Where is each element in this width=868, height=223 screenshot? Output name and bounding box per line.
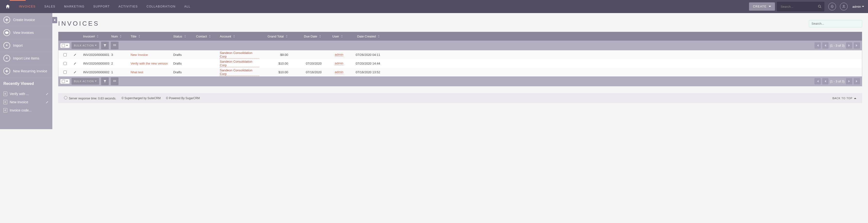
cell-account-link[interactable]: Sandeon Consolidation Corp — [220, 51, 259, 59]
col-header[interactable]: Contact — [194, 35, 218, 38]
select-all[interactable] — [60, 79, 69, 84]
columns-icon — [113, 44, 116, 47]
pencil-icon[interactable] — [73, 62, 77, 65]
page-next[interactable] — [846, 42, 852, 49]
cell-user-link[interactable]: admin — [335, 53, 343, 57]
cell-date: 07/26/2020 04:11 — [345, 53, 382, 57]
col-header[interactable]: Date Created — [345, 35, 382, 38]
svg-rect-12 — [114, 45, 115, 46]
nav-item-sales[interactable]: SALES — [40, 0, 60, 13]
cell-user-link[interactable]: admin — [335, 62, 343, 65]
cell-account-link[interactable]: Sandeon Consolidation Corp — [220, 69, 259, 76]
page-first[interactable] — [814, 42, 821, 49]
col-header[interactable]: Account — [218, 35, 261, 38]
document-icon: E — [3, 92, 7, 96]
back-to-top[interactable]: BACK TO TOP — [832, 97, 856, 100]
row-checkbox[interactable] — [63, 71, 67, 74]
svg-rect-14 — [114, 80, 114, 80]
cell-status: Drafts — [171, 62, 194, 65]
pencil-icon[interactable] — [73, 53, 77, 57]
recent-item[interactable]: EInvoice code... — [0, 106, 52, 114]
cell-title-link[interactable]: Verify with the new version — [131, 62, 168, 65]
cell-date: 07/16/2020 13:52 — [345, 70, 382, 74]
page-prev[interactable] — [822, 78, 829, 84]
pencil-icon[interactable] — [73, 70, 77, 74]
bulk-action-button[interactable]: BULK ACTION — [71, 42, 99, 49]
sidebar-new-recurring-invoice[interactable]: New Recurring Invoice — [0, 65, 52, 78]
sidebar-import-line-items[interactable]: Import Line Items — [0, 52, 52, 65]
download-icon — [3, 55, 10, 62]
nav-item-collaboration[interactable]: COLLABORATION — [142, 0, 180, 13]
filter-button[interactable] — [101, 42, 109, 49]
cell-date: 07/20/2020 14:44 — [345, 62, 382, 65]
sidebar: Create InvoiceView InvoicesImportImport … — [0, 13, 52, 129]
nav-item-marketing[interactable]: MARKETING — [60, 0, 89, 13]
bulk-action-button[interactable]: BULK ACTION — [71, 78, 99, 85]
home-icon — [5, 4, 10, 9]
cell-total: $10.00 — [261, 70, 290, 74]
sort-icon — [138, 35, 141, 38]
table-row: INV/2020/00000032Verify with the new ver… — [58, 59, 862, 68]
nav-item-invoices[interactable]: INVOICES — [14, 0, 40, 13]
cell-user-link[interactable]: admin — [335, 70, 343, 74]
nav-item-activities[interactable]: ACTIVITIES — [114, 0, 142, 13]
pager-text: (1 - 3 of 3) — [830, 44, 844, 47]
plus-icon — [3, 68, 10, 74]
svg-rect-11 — [114, 45, 114, 46]
bell-icon — [830, 5, 834, 8]
cell-account-link[interactable]: Sandeon Consolidation Corp — [220, 60, 259, 67]
nav-item-all[interactable]: ALL — [180, 0, 195, 13]
recent-item[interactable]: ENew Invoice — [0, 98, 52, 106]
recent-item[interactable]: EVerify with ... — [0, 90, 52, 98]
svg-rect-10 — [115, 44, 116, 45]
col-header[interactable]: Grand Total — [261, 35, 290, 38]
module-search-input[interactable] — [809, 20, 862, 27]
global-search-input[interactable] — [777, 2, 825, 11]
columns-button[interactable] — [111, 42, 119, 49]
top-nav: INVOICESSALESMARKETINGSUPPORTACTIVITIESC… — [0, 0, 868, 13]
sort-icon — [377, 35, 380, 38]
select-all[interactable] — [60, 43, 69, 48]
svg-rect-4 — [6, 20, 8, 20]
filter-button[interactable] — [101, 77, 109, 85]
table-header: Invoice#NumTitleStatusContactAccountGran… — [58, 32, 862, 41]
triangle-up-icon — [854, 97, 856, 100]
col-header[interactable]: Status — [171, 35, 194, 38]
columns-button[interactable] — [111, 77, 119, 85]
select-all-checkbox[interactable] — [62, 44, 65, 47]
supercharged-text: © Supercharged by SuiteCRM — [121, 97, 161, 100]
sidebar-create-invoice[interactable]: Create Invoice — [0, 13, 52, 26]
nav-item-support[interactable]: SUPPORT — [89, 0, 114, 13]
cell-title-link[interactable]: Nhat test — [131, 70, 143, 74]
col-header[interactable]: Num — [109, 35, 129, 38]
cell-total: $10.00 — [261, 62, 290, 65]
sidebar-view-invoices[interactable]: View Invoices — [0, 26, 52, 39]
col-header[interactable]: Invoice# — [81, 35, 109, 38]
svg-point-5 — [6, 32, 7, 33]
col-header[interactable]: Due Date — [290, 35, 323, 38]
user-menu[interactable]: admin — [852, 5, 864, 8]
page-last[interactable] — [854, 78, 860, 84]
create-button[interactable]: CREATE — [749, 2, 775, 11]
home-button[interactable] — [4, 3, 12, 10]
svg-rect-7 — [6, 71, 8, 71]
row-checkbox[interactable] — [63, 62, 67, 65]
download-icon — [3, 42, 10, 49]
page-first[interactable] — [814, 78, 821, 84]
select-all-checkbox[interactable] — [62, 80, 65, 83]
pencil-icon — [45, 92, 49, 96]
page-next[interactable] — [846, 78, 852, 84]
page-prev[interactable] — [822, 42, 829, 49]
col-header[interactable]: Title — [129, 35, 171, 38]
profile-button[interactable] — [840, 3, 848, 10]
page-last[interactable] — [854, 42, 860, 49]
row-checkbox[interactable] — [63, 53, 67, 57]
sidebar-collapse[interactable] — [52, 17, 57, 23]
sidebar-import[interactable]: Import — [0, 39, 52, 52]
notifications-button[interactable] — [828, 3, 836, 10]
col-header[interactable]: User — [323, 35, 345, 38]
svg-point-2 — [843, 5, 844, 6]
cell-num: 1 — [109, 70, 129, 74]
table-toolbar-top: BULK ACTION(1 - 3 of 3) — [58, 41, 862, 50]
cell-title-link[interactable]: New Invoice — [131, 53, 148, 57]
